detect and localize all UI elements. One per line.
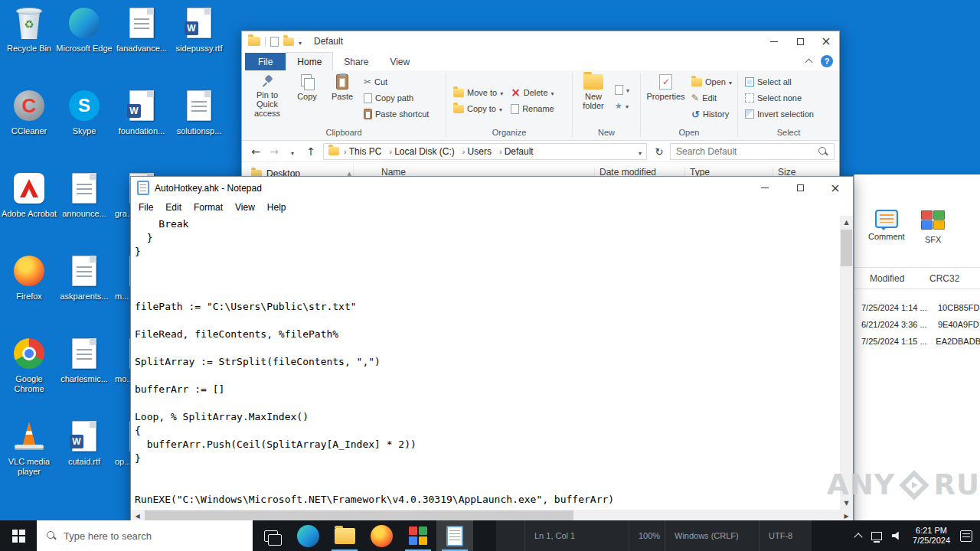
notepad-titlebar[interactable]: AutoHotkey.ahk - Notepad	[131, 177, 853, 199]
desktop-icon-fanadvance[interactable]: fanadvance...	[113, 5, 170, 84]
forward-button[interactable]	[265, 146, 283, 157]
minimize-button[interactable]	[761, 31, 787, 51]
minimize-button[interactable]	[747, 177, 782, 199]
close-button[interactable]	[818, 177, 853, 199]
task-view-button[interactable]	[253, 520, 289, 551]
delete-button[interactable]: Delete	[508, 85, 557, 100]
vertical-scrollbar-thumb[interactable]	[841, 230, 852, 266]
notepad-text-area[interactable]: Break } } filePath := "C:\Users\Public\s…	[131, 216, 840, 510]
breadcrumb-this-pc[interactable]: This PC	[341, 146, 384, 157]
move-to-icon	[453, 89, 464, 97]
recent-locations-icon[interactable]	[283, 146, 302, 157]
vertical-scrollbar[interactable]	[840, 216, 853, 510]
tab-file[interactable]: File	[245, 53, 286, 70]
select-none-button[interactable]: Select none	[742, 90, 817, 106]
breadcrumb-users[interactable]: Users	[459, 146, 495, 157]
desktop-icon-sidepussy-rtf[interactable]: sidepussy.rtf	[171, 5, 227, 84]
properties-button[interactable]: Properties	[645, 73, 687, 101]
desktop-icon-vlc[interactable]: VLC media player	[1, 418, 57, 497]
archive-row[interactable]: 7/25/2024 1:14 ...10CB85FD	[854, 299, 980, 316]
desktop-icon-cutaid-rtf[interactable]: cutaid.rtf	[56, 418, 113, 497]
button-label: Edit	[702, 93, 717, 103]
new-folder-button[interactable]: New folder	[577, 73, 610, 110]
cut-button[interactable]: Cut	[361, 74, 432, 90]
back-button[interactable]	[247, 146, 265, 157]
desktop-icon-solutionsp[interactable]: solutionsp...	[171, 87, 227, 167]
desktop-icon-label: askparents...	[60, 292, 109, 302]
start-button[interactable]	[0, 520, 37, 551]
breadcrumb-default[interactable]: Default	[496, 146, 537, 157]
desktop-icon-firefox[interactable]: Firefox	[1, 253, 57, 332]
taskbar-clock[interactable]: 6:21 PM 7/25/2024	[913, 526, 950, 546]
desktop-icon-askparents[interactable]: askparents...	[56, 253, 113, 332]
desktop-icon-announce[interactable]: announce...	[56, 170, 113, 249]
menu-file[interactable]: File	[132, 202, 159, 213]
desktop-icon-recycle-bin[interactable]: Recycle Bin	[1, 5, 57, 84]
tool-label: Comment	[868, 232, 905, 241]
tab-view[interactable]: View	[379, 53, 420, 70]
minimize-ribbon-icon[interactable]	[805, 59, 813, 67]
volume-icon[interactable]	[892, 531, 903, 540]
comment-button[interactable]: Comment	[868, 210, 905, 244]
easy-access-button[interactable]	[612, 99, 632, 114]
desktop-icon-foundation[interactable]: foundation...	[113, 87, 170, 167]
word-document-icon	[181, 5, 217, 41]
close-button[interactable]	[813, 31, 839, 51]
breadcrumb-local-disk-c[interactable]: Local Disk (C:)	[386, 146, 457, 157]
scroll-up-icon[interactable]	[840, 216, 853, 229]
maximize-button[interactable]	[787, 31, 813, 51]
desktop-icon-google-chrome[interactable]: Google Chrome	[1, 335, 57, 415]
taskbar-explorer-button[interactable]	[326, 520, 363, 551]
action-center-icon[interactable]	[960, 530, 972, 542]
taskbar-notepad-button[interactable]	[436, 520, 473, 551]
column-header-crc32[interactable]: CRC32	[929, 273, 959, 284]
menu-help[interactable]: Help	[261, 202, 292, 213]
archive-row[interactable]: 7/25/2024 1:15 ...EA2DBADB	[854, 333, 980, 350]
open-button[interactable]: Open	[688, 74, 735, 90]
qat-properties-icon[interactable]	[270, 37, 279, 47]
desktop-icon-charlesmic[interactable]: charlesmic...	[56, 335, 113, 415]
history-button[interactable]: History	[688, 106, 735, 122]
taskbar-firefox-button[interactable]	[363, 520, 400, 551]
tab-home[interactable]: Home	[286, 52, 333, 70]
address-dropdown-icon[interactable]	[639, 145, 642, 158]
desktop-icon-microsoft-edge[interactable]: Microsoft Edge	[56, 5, 113, 84]
column-header-modified[interactable]: Modified	[854, 273, 929, 284]
menu-format[interactable]: Format	[188, 202, 229, 213]
copy-button[interactable]: Copy	[290, 73, 324, 101]
new-item-button[interactable]	[612, 83, 632, 98]
menu-view[interactable]: View	[229, 202, 261, 213]
taskbar-app-grid-button[interactable]	[400, 520, 436, 551]
network-icon[interactable]	[871, 532, 882, 540]
desktop-icon-ccleaner[interactable]: CCleaner	[1, 87, 57, 167]
desktop-icon-adobe-acrobat[interactable]: Adobe Acrobat	[1, 170, 57, 249]
refresh-icon[interactable]	[650, 146, 668, 157]
qat-dropdown-icon[interactable]	[299, 35, 302, 47]
taskbar-search-input[interactable]: Type here to search	[37, 520, 253, 551]
qat-new-folder-icon[interactable]	[283, 37, 294, 46]
sfx-button[interactable]: SFX	[920, 210, 946, 244]
move-to-button[interactable]: Move to	[450, 85, 506, 100]
maximize-button[interactable]	[782, 177, 818, 199]
edit-button[interactable]: Edit	[688, 90, 735, 106]
menu-edit[interactable]: Edit	[159, 202, 188, 213]
up-button[interactable]	[302, 146, 320, 157]
invert-selection-button[interactable]: Invert selection	[742, 106, 817, 122]
address-bar[interactable]: This PC Local Disk (C:) Users Default	[323, 143, 647, 160]
desktop-icon-skype[interactable]: Skype	[56, 87, 113, 167]
copy-to-button[interactable]: Copy to	[450, 101, 506, 116]
select-all-button[interactable]: Select all	[742, 74, 817, 90]
button-label: Open	[705, 77, 726, 86]
taskbar-edge-button[interactable]	[289, 520, 326, 551]
help-icon[interactable]	[821, 55, 833, 67]
pin-to-quick-access-button[interactable]: Pin to Quick access	[246, 73, 289, 118]
divider	[265, 37, 266, 47]
paste-shortcut-button[interactable]: Paste shortcut	[361, 106, 432, 122]
archive-row[interactable]: 6/21/2024 3:36 ...9E40A9FD	[854, 316, 980, 333]
tab-share[interactable]: Share	[333, 53, 379, 70]
rename-button[interactable]: Rename	[508, 101, 557, 116]
explorer-search-input[interactable]: Search Default	[670, 143, 835, 160]
paste-button[interactable]: Paste	[325, 73, 359, 101]
copy-path-button[interactable]: Copy path	[361, 90, 432, 106]
tray-expand-icon[interactable]	[854, 533, 862, 541]
